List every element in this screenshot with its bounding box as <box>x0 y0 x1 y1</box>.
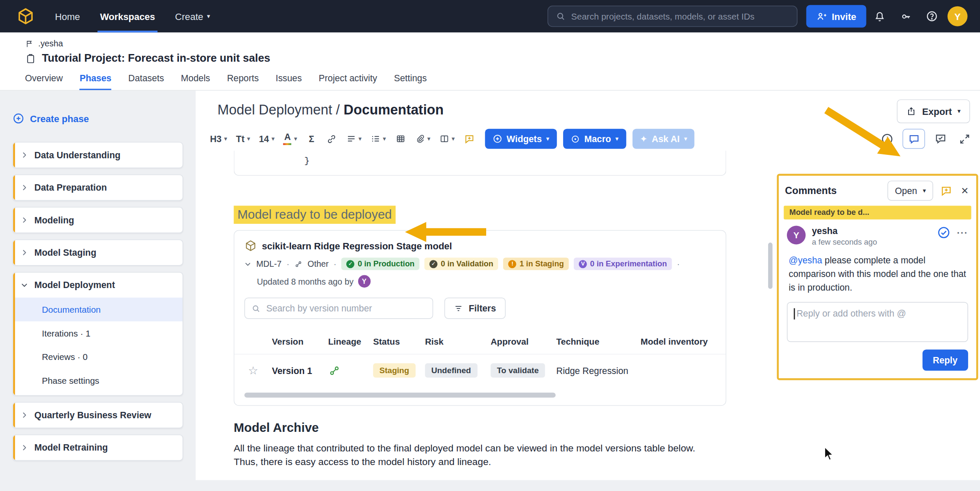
comments-filter-select[interactable]: Open▾ <box>887 181 933 201</box>
mention-link[interactable]: @yesha <box>789 255 822 265</box>
export-button[interactable]: Export ▾ <box>897 100 970 123</box>
nav-workspaces[interactable]: Workspaces <box>90 0 165 32</box>
attachment-select[interactable]: ▾ <box>411 129 434 149</box>
tab-reports[interactable]: Reports <box>227 73 259 90</box>
link-button[interactable] <box>322 129 341 149</box>
text-style-select[interactable]: Tt▾ <box>232 129 254 149</box>
invite-button[interactable]: Invite <box>806 5 866 28</box>
export-icon <box>906 106 917 117</box>
chevron-right-icon <box>20 216 28 224</box>
tab-models[interactable]: Models <box>181 73 210 90</box>
version-search-input[interactable]: Search by version number <box>245 297 433 319</box>
notifications-button[interactable] <box>866 0 893 32</box>
model-hexagon-icon <box>245 240 257 252</box>
col-version[interactable]: Version <box>272 337 328 347</box>
phase-subitem-reviews[interactable]: Reviews · 0 <box>13 345 182 369</box>
nav-home[interactable]: Home <box>45 0 90 32</box>
app-logo-icon[interactable] <box>16 7 35 26</box>
updater-avatar[interactable]: Y <box>358 275 370 288</box>
fullscreen-button[interactable] <box>956 129 972 148</box>
reply-input[interactable]: Reply or add others with @ <box>787 302 968 342</box>
phase-data-understanding[interactable]: Data Understanding <box>12 142 183 168</box>
tab-phases[interactable]: Phases <box>80 73 111 90</box>
phase-data-preparation[interactable]: Data Preparation <box>12 174 183 201</box>
tab-settings[interactable]: Settings <box>394 73 427 90</box>
macro-button[interactable]: Macro ▾ <box>563 129 626 149</box>
heading-style-select[interactable]: H3▾ <box>206 129 231 149</box>
col-approval[interactable]: Approval <box>490 337 556 347</box>
vertical-scrollbar-thumb[interactable] <box>768 243 772 289</box>
cell-version[interactable]: Version 1 <box>272 365 328 376</box>
insert-table-button[interactable] <box>391 129 410 149</box>
phase-subitem-iterations[interactable]: Iterations · 1 <box>13 321 182 345</box>
comment-author-avatar[interactable]: Y <box>787 226 806 244</box>
col-model-inventory[interactable]: Model inventory <box>641 337 726 347</box>
invite-label: Invite <box>832 11 856 22</box>
col-risk[interactable]: Risk <box>425 337 490 347</box>
global-search-input[interactable]: Search projects, datasets, models, or as… <box>547 6 798 27</box>
ask-ai-button[interactable]: ✦ Ask AI ▾ <box>632 129 695 149</box>
phase-model-retraining[interactable]: Model Retraining <box>12 434 183 461</box>
close-icon[interactable]: ✕ <box>960 185 970 196</box>
list-select[interactable]: ▾ <box>367 129 390 149</box>
chevron-right-icon <box>20 151 28 159</box>
col-lineage[interactable]: Lineage <box>328 337 373 347</box>
model-name[interactable]: scikit-learn Ridge Regression Stage mode… <box>262 240 452 251</box>
filters-button[interactable]: Filters <box>444 297 505 319</box>
formula-button[interactable]: Σ <box>302 129 321 149</box>
create-phase-button[interactable]: Create phase <box>12 106 183 131</box>
api-keys-button[interactable] <box>892 0 919 32</box>
tab-datasets[interactable]: Datasets <box>128 73 164 90</box>
add-comment-icon[interactable] <box>940 184 953 197</box>
phase-quarterly-business-review[interactable]: Quarterly Business Review <box>12 402 183 428</box>
dot-separator: · <box>287 259 290 268</box>
reply-button[interactable]: Reply <box>922 350 968 371</box>
highlighted-heading[interactable]: Model ready to be deployed <box>234 206 396 224</box>
info-button[interactable] <box>879 129 895 148</box>
approval-badge: To validate <box>490 363 545 378</box>
key-icon <box>900 10 912 22</box>
phase-model-deployment-header[interactable]: Model Deployment <box>13 273 182 298</box>
lineage-icon[interactable] <box>328 364 373 377</box>
nav-create[interactable]: Create▾ <box>165 0 220 32</box>
help-button[interactable] <box>919 0 945 32</box>
align-select[interactable]: ▾ <box>342 129 365 149</box>
font-size-select[interactable]: 14▾ <box>255 129 279 149</box>
caret-down-icon: ▾ <box>957 108 960 114</box>
col-technique[interactable]: Technique <box>556 337 641 347</box>
horizontal-scrollbar-thumb[interactable] <box>245 393 556 398</box>
table-row[interactable]: ☆ Version 1 Staging Undefined To validat… <box>234 354 726 386</box>
phase-model-deployment: Model Deployment Documentation Iteration… <box>12 272 183 396</box>
widgets-button[interactable]: Widgets ▾ <box>485 129 557 149</box>
layout-select[interactable]: ▾ <box>436 129 459 149</box>
phase-modeling[interactable]: Modeling <box>12 207 183 233</box>
comments-toggle-button[interactable] <box>903 129 925 149</box>
code-fragment: } <box>305 156 310 166</box>
text-color-button[interactable]: A▾ <box>280 129 301 149</box>
phase-label: Model Staging <box>34 248 97 258</box>
phase-subitem-phase-settings[interactable]: Phase settings <box>13 369 182 393</box>
horizontal-scrollbar[interactable] <box>245 393 716 398</box>
resolved-comments-button[interactable] <box>932 129 949 148</box>
add-comment-button[interactable] <box>460 129 479 149</box>
breadcrumb[interactable]: .yesha <box>25 39 980 48</box>
star-icon[interactable]: ☆ <box>245 363 272 377</box>
phase-model-staging[interactable]: Model Staging <box>12 240 183 266</box>
comment-quote-highlight[interactable]: Model ready to be d... <box>784 206 971 219</box>
tab-issues[interactable]: Issues <box>276 73 302 90</box>
search-icon <box>556 11 566 21</box>
resolve-check-icon[interactable] <box>937 226 951 239</box>
question-icon <box>926 10 938 23</box>
tab-overview[interactable]: Overview <box>25 73 63 90</box>
phase-subitem-documentation[interactable]: Documentation <box>13 297 182 321</box>
code-block-partial[interactable]: } <box>234 151 726 176</box>
tab-project-activity[interactable]: Project activity <box>319 73 377 90</box>
table-icon <box>395 134 405 144</box>
chevron-down-icon[interactable] <box>245 260 251 267</box>
user-avatar[interactable]: Y <box>948 6 968 26</box>
col-status[interactable]: Status <box>373 337 425 347</box>
comment-icon <box>908 133 920 145</box>
phase-label: Model Retraining <box>34 442 108 453</box>
caret-down-icon: ▾ <box>224 136 227 142</box>
comment-menu-icon[interactable]: ··· <box>957 227 968 238</box>
